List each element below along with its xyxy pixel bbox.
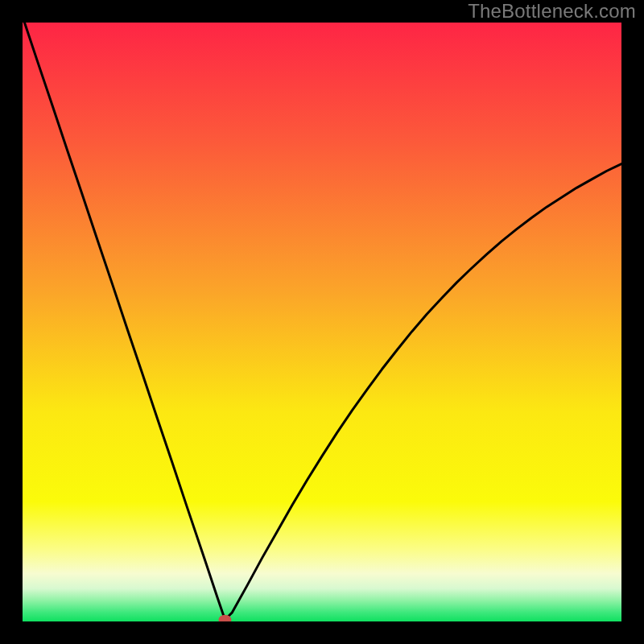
- chart-background: [23, 23, 621, 621]
- chart-frame: TheBottleneck.com: [0, 0, 644, 644]
- watermark-text: TheBottleneck.com: [468, 0, 636, 23]
- chart-svg: [23, 23, 621, 621]
- plot-area: [23, 23, 621, 621]
